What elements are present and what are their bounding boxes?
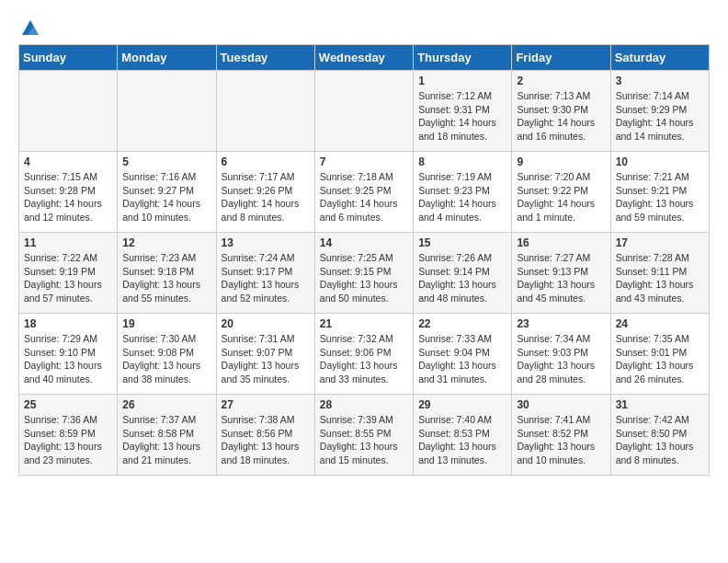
calendar-cell: 26Sunrise: 7:37 AM Sunset: 8:58 PM Dayli… bbox=[118, 395, 216, 476]
calendar-cell: 15Sunrise: 7:26 AM Sunset: 9:14 PM Dayli… bbox=[414, 233, 512, 314]
day-number: 17 bbox=[616, 236, 704, 249]
day-number: 31 bbox=[616, 398, 704, 411]
calendar-cell: 6Sunrise: 7:17 AM Sunset: 9:26 PM Daylig… bbox=[216, 152, 314, 233]
calendar-cell: 7Sunrise: 7:18 AM Sunset: 9:25 PM Daylig… bbox=[314, 152, 413, 233]
calendar-cell: 18Sunrise: 7:29 AM Sunset: 9:10 PM Dayli… bbox=[19, 314, 118, 395]
calendar-cell: 4Sunrise: 7:15 AM Sunset: 9:28 PM Daylig… bbox=[19, 152, 118, 233]
day-number: 29 bbox=[418, 398, 506, 411]
day-number: 2 bbox=[517, 75, 605, 87]
day-info: Sunrise: 7:36 AM Sunset: 8:59 PM Dayligh… bbox=[24, 413, 112, 467]
day-info: Sunrise: 7:30 AM Sunset: 9:08 PM Dayligh… bbox=[122, 332, 210, 386]
calendar-cell: 27Sunrise: 7:38 AM Sunset: 8:56 PM Dayli… bbox=[216, 395, 314, 476]
day-number: 20 bbox=[222, 317, 310, 330]
calendar-cell: 31Sunrise: 7:42 AM Sunset: 8:50 PM Dayli… bbox=[610, 395, 709, 476]
day-info: Sunrise: 7:34 AM Sunset: 9:03 PM Dayligh… bbox=[517, 332, 605, 386]
day-info: Sunrise: 7:17 AM Sunset: 9:26 PM Dayligh… bbox=[222, 170, 310, 224]
day-number: 21 bbox=[320, 317, 408, 330]
day-info: Sunrise: 7:15 AM Sunset: 9:28 PM Dayligh… bbox=[24, 170, 112, 224]
day-number: 18 bbox=[24, 317, 112, 330]
calendar-cell: 1Sunrise: 7:12 AM Sunset: 9:31 PM Daylig… bbox=[414, 71, 512, 152]
day-info: Sunrise: 7:32 AM Sunset: 9:06 PM Dayligh… bbox=[320, 332, 408, 386]
calendar-cell: 22Sunrise: 7:33 AM Sunset: 9:04 PM Dayli… bbox=[414, 314, 512, 395]
day-info: Sunrise: 7:38 AM Sunset: 8:56 PM Dayligh… bbox=[222, 413, 310, 467]
day-number: 5 bbox=[122, 155, 210, 168]
day-info: Sunrise: 7:13 AM Sunset: 9:30 PM Dayligh… bbox=[517, 89, 605, 144]
day-of-week-header: Sunday bbox=[19, 45, 118, 71]
day-number: 8 bbox=[418, 155, 506, 168]
day-info: Sunrise: 7:37 AM Sunset: 8:58 PM Dayligh… bbox=[122, 413, 210, 467]
day-info: Sunrise: 7:31 AM Sunset: 9:07 PM Dayligh… bbox=[222, 332, 310, 386]
day-number: 19 bbox=[122, 317, 210, 330]
day-info: Sunrise: 7:12 AM Sunset: 9:31 PM Dayligh… bbox=[418, 89, 506, 144]
logo bbox=[18, 18, 40, 35]
day-number: 12 bbox=[122, 236, 210, 249]
day-of-week-header: Wednesday bbox=[314, 45, 413, 71]
calendar-cell: 2Sunrise: 7:13 AM Sunset: 9:30 PM Daylig… bbox=[512, 71, 610, 152]
day-info: Sunrise: 7:29 AM Sunset: 9:10 PM Dayligh… bbox=[24, 332, 112, 386]
day-info: Sunrise: 7:35 AM Sunset: 9:01 PM Dayligh… bbox=[616, 332, 704, 386]
calendar-cell bbox=[118, 71, 216, 152]
day-of-week-header: Tuesday bbox=[216, 45, 314, 71]
day-number: 7 bbox=[320, 155, 408, 168]
calendar-cell: 9Sunrise: 7:20 AM Sunset: 9:22 PM Daylig… bbox=[512, 152, 610, 233]
calendar-cell: 20Sunrise: 7:31 AM Sunset: 9:07 PM Dayli… bbox=[216, 314, 314, 395]
calendar-cell bbox=[314, 71, 413, 152]
day-info: Sunrise: 7:33 AM Sunset: 9:04 PM Dayligh… bbox=[418, 332, 506, 386]
calendar-cell: 10Sunrise: 7:21 AM Sunset: 9:21 PM Dayli… bbox=[610, 152, 709, 233]
calendar-cell: 3Sunrise: 7:14 AM Sunset: 9:29 PM Daylig… bbox=[610, 71, 709, 152]
day-number: 28 bbox=[320, 398, 408, 411]
day-info: Sunrise: 7:16 AM Sunset: 9:27 PM Dayligh… bbox=[122, 170, 210, 224]
day-info: Sunrise: 7:20 AM Sunset: 9:22 PM Dayligh… bbox=[517, 170, 605, 224]
day-number: 30 bbox=[517, 398, 605, 411]
logo-icon bbox=[20, 18, 40, 39]
page-header bbox=[18, 18, 710, 35]
day-of-week-header: Friday bbox=[512, 45, 610, 71]
calendar-cell bbox=[19, 71, 118, 152]
calendar-cell: 13Sunrise: 7:24 AM Sunset: 9:17 PM Dayli… bbox=[216, 233, 314, 314]
day-number: 24 bbox=[616, 317, 704, 330]
day-info: Sunrise: 7:22 AM Sunset: 9:19 PM Dayligh… bbox=[24, 251, 112, 305]
day-info: Sunrise: 7:23 AM Sunset: 9:18 PM Dayligh… bbox=[122, 251, 210, 305]
day-info: Sunrise: 7:41 AM Sunset: 8:52 PM Dayligh… bbox=[517, 413, 605, 467]
day-info: Sunrise: 7:19 AM Sunset: 9:23 PM Dayligh… bbox=[418, 170, 506, 224]
day-number: 6 bbox=[222, 155, 310, 168]
day-info: Sunrise: 7:25 AM Sunset: 9:15 PM Dayligh… bbox=[320, 251, 408, 305]
calendar-cell: 12Sunrise: 7:23 AM Sunset: 9:18 PM Dayli… bbox=[118, 233, 216, 314]
calendar-cell: 8Sunrise: 7:19 AM Sunset: 9:23 PM Daylig… bbox=[414, 152, 512, 233]
calendar-cell: 5Sunrise: 7:16 AM Sunset: 9:27 PM Daylig… bbox=[118, 152, 216, 233]
calendar-cell: 23Sunrise: 7:34 AM Sunset: 9:03 PM Dayli… bbox=[512, 314, 610, 395]
calendar-cell: 14Sunrise: 7:25 AM Sunset: 9:15 PM Dayli… bbox=[314, 233, 413, 314]
day-number: 9 bbox=[517, 155, 605, 168]
day-info: Sunrise: 7:14 AM Sunset: 9:29 PM Dayligh… bbox=[616, 89, 704, 144]
day-of-week-header: Monday bbox=[118, 45, 216, 71]
day-info: Sunrise: 7:24 AM Sunset: 9:17 PM Dayligh… bbox=[222, 251, 310, 305]
day-info: Sunrise: 7:39 AM Sunset: 8:55 PM Dayligh… bbox=[320, 413, 408, 467]
day-number: 1 bbox=[418, 75, 506, 87]
calendar-cell: 24Sunrise: 7:35 AM Sunset: 9:01 PM Dayli… bbox=[610, 314, 709, 395]
day-info: Sunrise: 7:27 AM Sunset: 9:13 PM Dayligh… bbox=[517, 251, 605, 305]
day-number: 16 bbox=[517, 236, 605, 249]
day-number: 25 bbox=[24, 398, 112, 411]
calendar-cell: 25Sunrise: 7:36 AM Sunset: 8:59 PM Dayli… bbox=[19, 395, 118, 476]
day-number: 23 bbox=[517, 317, 605, 330]
day-number: 27 bbox=[222, 398, 310, 411]
day-info: Sunrise: 7:42 AM Sunset: 8:50 PM Dayligh… bbox=[616, 413, 704, 467]
day-number: 11 bbox=[24, 236, 112, 249]
day-info: Sunrise: 7:21 AM Sunset: 9:21 PM Dayligh… bbox=[616, 170, 704, 224]
calendar-cell: 29Sunrise: 7:40 AM Sunset: 8:53 PM Dayli… bbox=[414, 395, 512, 476]
day-info: Sunrise: 7:40 AM Sunset: 8:53 PM Dayligh… bbox=[418, 413, 506, 467]
calendar-cell: 21Sunrise: 7:32 AM Sunset: 9:06 PM Dayli… bbox=[314, 314, 413, 395]
day-info: Sunrise: 7:28 AM Sunset: 9:11 PM Dayligh… bbox=[616, 251, 704, 305]
day-number: 22 bbox=[418, 317, 506, 330]
day-number: 3 bbox=[616, 75, 704, 87]
day-number: 4 bbox=[24, 155, 112, 168]
day-info: Sunrise: 7:26 AM Sunset: 9:14 PM Dayligh… bbox=[418, 251, 506, 305]
calendar-table: SundayMondayTuesdayWednesdayThursdayFrid… bbox=[18, 44, 710, 476]
day-number: 26 bbox=[122, 398, 210, 411]
calendar-cell: 16Sunrise: 7:27 AM Sunset: 9:13 PM Dayli… bbox=[512, 233, 610, 314]
day-info: Sunrise: 7:18 AM Sunset: 9:25 PM Dayligh… bbox=[320, 170, 408, 224]
day-number: 15 bbox=[418, 236, 506, 249]
calendar-cell: 28Sunrise: 7:39 AM Sunset: 8:55 PM Dayli… bbox=[314, 395, 413, 476]
calendar-cell bbox=[216, 71, 314, 152]
day-number: 14 bbox=[320, 236, 408, 249]
